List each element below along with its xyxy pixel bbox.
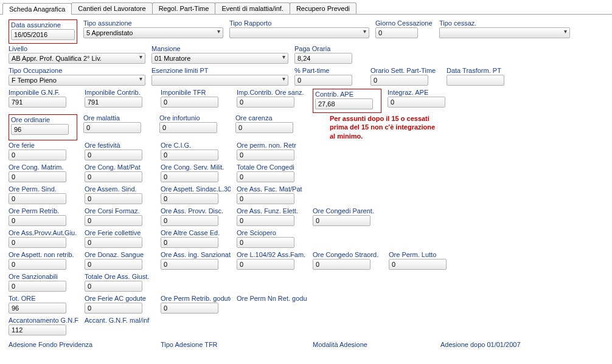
- input-ore-ferie[interactable]: [9, 149, 66, 160]
- input-ore-ordinarie[interactable]: [11, 124, 69, 135]
- label-livello: Livello: [9, 45, 145, 52]
- input-ore-l104-ass-fam[interactable]: [237, 259, 294, 270]
- input-ore-corsi-formaz[interactable]: [85, 215, 142, 226]
- input-ore-ass-ing-sanzionate[interactable]: [161, 259, 218, 270]
- input-ore-cong-matpat[interactable]: [85, 171, 142, 182]
- label-ore-aspett-sindac: Ore Aspett. Sindac.L.300: [161, 185, 231, 193]
- label-ore-ass-provv-aut-giu: Ore Ass.Provv.Aut.Giu.: [9, 229, 78, 236]
- label-integraz-ape: Integraz. APE: [388, 89, 457, 96]
- input-ore-ass-provv-aut-giu[interactable]: [9, 237, 66, 248]
- input-imponibile-tfr[interactable]: [161, 97, 218, 108]
- input-ore-carenza[interactable]: [235, 122, 293, 133]
- input-ore-festivita[interactable]: [85, 149, 142, 160]
- label-ore-donaz-sangue: Ore Donaz. Sangue: [85, 251, 155, 258]
- input-ore-perm-retrib[interactable]: [9, 215, 66, 226]
- label-totale-ore-ass-giust: Totale Ore Ass. Giust.: [85, 273, 155, 280]
- label-ore-congedi-parent: Ore Congedi Parent.: [313, 207, 383, 215]
- input-ore-perm-non-retr[interactable]: [237, 149, 294, 160]
- select-tipo-assunzione[interactable]: [83, 27, 223, 38]
- input-data-assunzione[interactable]: [11, 29, 75, 40]
- input-tot-ore[interactable]: [9, 303, 66, 314]
- input-ore-cong-serv-milit[interactable]: [161, 171, 218, 182]
- input-data-trasform-pt[interactable]: [447, 75, 504, 86]
- label-imponibile-tfr: Imponibile TFR: [161, 89, 231, 96]
- input-integraz-ape[interactable]: [388, 97, 445, 108]
- input-accanton-gnf[interactable]: [9, 325, 66, 335]
- input-ore-cig[interactable]: [161, 149, 218, 160]
- input-perc-parttime[interactable]: [294, 75, 352, 86]
- label-accanton-gnf: Accantonamento G.N.F.: [9, 317, 78, 324]
- input-ore-cong-matrim[interactable]: [9, 171, 66, 182]
- input-ore-ferie-ac-godute[interactable]: [85, 303, 142, 314]
- input-ore-ass-fac-matpat[interactable]: [237, 193, 294, 204]
- select-livello[interactable]: [9, 53, 145, 64]
- label-giorno-cessazione: Giorno Cessazione: [375, 19, 433, 27]
- note-line-2: prima del 15 non c'è integrazione: [330, 123, 435, 131]
- select-tipo-occupazione[interactable]: [9, 75, 145, 86]
- label-ore-ordinarie: Ore ordinarie: [11, 116, 75, 123]
- input-ore-sanzionabili[interactable]: [9, 281, 66, 292]
- label-ore-altre-casse-ed: Ore Altre Casse Ed.: [161, 229, 231, 236]
- label-ore-l104-ass-fam: Ore L.104/92 Ass.Fam.: [237, 251, 307, 258]
- form-area: Data assunzione Tipo assunzione Tipo Rap…: [0, 15, 612, 354]
- label-adesione-fondo-prev: Adesione Fondo Previdenza: [9, 341, 92, 348]
- label-ore-perm-retrib: Ore Perm Retrib.: [9, 207, 78, 215]
- select-mansione[interactable]: [151, 53, 288, 64]
- input-ore-altre-casse-ed[interactable]: [161, 237, 218, 248]
- label-ore-sciopero: Ore Sciopero: [237, 229, 307, 236]
- select-esenzione-limiti-pt[interactable]: [151, 75, 288, 86]
- label-adesione-dopo: Adesione dopo 01/01/2007: [440, 341, 521, 348]
- label-ore-cong-matpat: Ore Cong. Mat/Pat: [85, 163, 155, 171]
- label-ore-corsi-formaz: Ore Corsi Formaz.: [85, 207, 155, 215]
- label-ore-ferie-collettive: Ore Ferie collettive: [85, 229, 155, 236]
- input-ore-ass-provv-disc[interactable]: [161, 215, 218, 226]
- label-perc-parttime: % Part-time: [294, 67, 364, 74]
- input-ore-congedi-parent[interactable]: [313, 215, 370, 226]
- input-ore-infortunio[interactable]: [159, 122, 217, 133]
- input-ore-malattia[interactable]: [83, 122, 141, 133]
- input-ore-perm-retrib-godute[interactable]: [161, 303, 218, 314]
- input-paga-oraria[interactable]: [294, 53, 352, 64]
- input-imponibile-contrib[interactable]: [85, 97, 142, 108]
- input-ore-donaz-sangue[interactable]: [85, 259, 142, 270]
- input-contrib-ape[interactable]: [315, 98, 373, 109]
- input-ore-ass-funz-elett[interactable]: [237, 215, 294, 226]
- tab-eventi-malattia[interactable]: Eventi di malattia/inf.: [215, 2, 290, 14]
- label-ore-assem-sind: Ore Assem. Sind.: [85, 185, 155, 193]
- note-line-3: al minimo.: [330, 132, 435, 140]
- select-tipo-cessaz[interactable]: [439, 27, 570, 38]
- label-ore-cong-matrim: Ore Cong. Matrim.: [9, 163, 78, 171]
- tab-cantieri[interactable]: Cantieri del Lavoratore: [71, 2, 152, 14]
- input-orario-sett-pt[interactable]: [370, 75, 428, 86]
- label-data-trasform-pt: Data Trasform. PT: [447, 67, 516, 74]
- input-imponibile-gnf[interactable]: [9, 97, 66, 108]
- label-ore-ass-fac-matpat: Ore Ass. Fac. Mat/Pat: [237, 185, 307, 193]
- label-tipo-rapporto: Tipo Rapporto: [229, 19, 369, 27]
- input-ore-aspett-non-retrib[interactable]: [9, 259, 66, 270]
- tab-recupero-prevedi[interactable]: Recupero Prevedi: [290, 2, 356, 14]
- label-ore-cong-serv-milit: Ore Cong. Serv. Milit.: [161, 163, 231, 171]
- input-ore-perm-sind[interactable]: [9, 193, 66, 204]
- label-ore-perm-lutto: Ore Perm. Lutto: [389, 251, 459, 258]
- input-ore-ferie-collettive[interactable]: [85, 237, 142, 248]
- input-ore-aspett-sindac[interactable]: [161, 193, 218, 204]
- input-ore-sciopero[interactable]: [237, 237, 294, 248]
- input-totale-ore-ass-giust[interactable]: [85, 281, 142, 292]
- label-tipo-assunzione: Tipo assunzione: [83, 19, 223, 27]
- contrib-ape-highlight: Contrib. APE: [313, 89, 381, 113]
- label-ore-festivita: Ore festività: [85, 142, 155, 149]
- label-tipo-adesione-tfr: Tipo Adesione TFR: [161, 341, 218, 348]
- input-ore-congedo-straord[interactable]: [313, 259, 370, 270]
- input-imp-contrib-ore-sanz[interactable]: [237, 97, 294, 108]
- select-tipo-rapporto[interactable]: [229, 27, 369, 38]
- input-totale-ore-congedi[interactable]: [237, 171, 294, 182]
- input-ore-perm-lutto[interactable]: [389, 259, 447, 270]
- label-ore-ferie: Ore ferie: [9, 142, 78, 149]
- tab-regol-parttime[interactable]: Regol. Part-Time: [152, 2, 216, 14]
- tab-scheda-anagrafica[interactable]: Scheda Anagrafica: [2, 3, 72, 15]
- input-ore-assem-sind[interactable]: [85, 193, 142, 204]
- label-tipo-cessaz: Tipo cessaz.: [439, 19, 570, 27]
- label-imp-contrib-ore-sanz: Imp.Contrib. Ore sanz.: [237, 89, 307, 96]
- input-giorno-cessazione[interactable]: [375, 27, 418, 38]
- data-assunzione-highlight: Data assunzione: [9, 19, 77, 44]
